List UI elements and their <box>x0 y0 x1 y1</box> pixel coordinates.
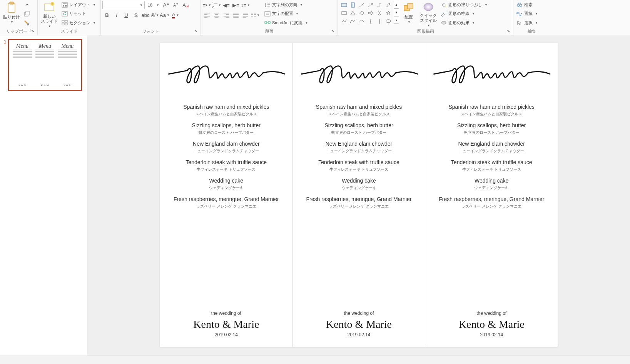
group-paragraph: ≡•▼ 1—2—▼ ◀≡ ▶≡ ↕≡▼ ▼ 文字 <box>201 0 338 35</box>
format-painter-button[interactable] <box>22 19 32 27</box>
shape-arrow-updown[interactable] <box>375 9 384 17</box>
select-button[interactable]: 選択▼ <box>515 19 540 27</box>
font-size-combo[interactable]: 18 ▼ <box>146 1 161 9</box>
shadow-button[interactable]: S <box>131 11 140 19</box>
font-name-combo[interactable]: ▼ <box>102 1 145 9</box>
shape-line-arrow[interactable] <box>366 1 375 9</box>
wedding-of-label: the wedding of <box>193 311 259 316</box>
shape-effects-button[interactable]: 図形の効果▼ <box>439 19 489 27</box>
distribute-button[interactable] <box>241 11 250 19</box>
menu-item: Tenderloin steak with truffle sauce牛フィレス… <box>451 159 532 172</box>
slide-canvas[interactable]: Spanish raw ham and mixed picklesスペイン産生ハ… <box>160 43 558 347</box>
shape-effects-label: 図形の効果 <box>448 20 470 26</box>
arrange-button[interactable]: 配置 ▼ <box>400 1 418 27</box>
strike-button[interactable]: abc <box>141 11 150 19</box>
quick-styles-button[interactable]: クイック スタイル ▼ <box>418 1 438 27</box>
shape-brace-r[interactable]: } <box>375 17 384 25</box>
dialog-launcher-icon[interactable]: ⬊ <box>194 29 200 34</box>
shape-rectangle[interactable] <box>340 9 348 17</box>
binoculars-icon <box>516 2 523 8</box>
shape-fill-button[interactable]: 図形の塗りつぶし▼ <box>439 1 489 9</box>
clear-formatting-button[interactable]: A◢ <box>181 1 190 9</box>
menu-item-jp: 牛フィレステーキ トリュフソース <box>318 167 399 172</box>
slide-edit-area[interactable]: Spanish raw ham and mixed picklesスペイン産生ハ… <box>88 35 630 356</box>
shape-arc[interactable] <box>358 17 366 25</box>
numbering-button[interactable]: 1—2—▼ <box>212 1 221 9</box>
svg-rect-10 <box>65 5 67 7</box>
new-slide-button[interactable]: 新しい スライド ▼ <box>39 1 59 27</box>
bullets-button[interactable]: ≡•▼ <box>202 1 212 9</box>
change-case-button[interactable]: Aa▼ <box>160 11 169 19</box>
svg-rect-3 <box>26 11 29 15</box>
align-center-button[interactable] <box>212 11 221 19</box>
underline-button[interactable]: U <box>122 11 131 19</box>
shape-freeform[interactable] <box>349 17 357 25</box>
shape-line[interactable] <box>358 1 366 9</box>
clipboard-icon <box>5 2 18 14</box>
increase-font-button[interactable]: A▲ <box>162 1 171 9</box>
shape-textbox-h[interactable] <box>340 1 348 9</box>
gallery-more-button[interactable]: ▾ <box>394 16 399 24</box>
layout-button[interactable]: レイアウト▼ <box>60 1 97 9</box>
align-right-button[interactable] <box>222 11 231 19</box>
paste-button[interactable]: 貼り付け ▼ <box>2 1 22 27</box>
shape-star[interactable] <box>384 9 393 17</box>
decrease-indent-button[interactable]: ◀≡ <box>222 1 231 9</box>
shape-connector[interactable] <box>375 1 384 9</box>
slide-thumbnail-1[interactable]: Menu K & M Menu K & M Menu K & M <box>8 39 82 91</box>
shape-arrow-right[interactable] <box>366 9 375 17</box>
bold-button[interactable]: B <box>102 11 112 19</box>
section-button[interactable]: セクション▼ <box>60 19 97 27</box>
shape-triangle[interactable] <box>349 9 357 17</box>
shape-brace-l[interactable]: { <box>366 17 375 25</box>
char-spacing-button[interactable]: AV▼ <box>150 11 160 19</box>
menu-footer: the wedding ofKento & Marie2019.02.14 <box>459 311 525 337</box>
line-spacing-button[interactable]: ↕≡▼ <box>241 1 250 9</box>
dialog-launcher-icon[interactable]: ⬊ <box>31 29 37 34</box>
menu-item-en: New England clam chowder <box>193 141 260 147</box>
dialog-launcher-icon[interactable]: ⬊ <box>331 29 337 34</box>
smartart-icon <box>264 20 271 26</box>
align-left-button[interactable] <box>202 11 212 19</box>
text-direction-button[interactable]: 文字列の方向▼ <box>263 1 309 9</box>
increase-indent-button[interactable]: ▶≡ <box>231 1 241 9</box>
columns-button[interactable]: ▼ <box>251 11 260 19</box>
menu-item: New England clam chowderニューイングランドクラムチャウダ… <box>458 141 525 154</box>
shape-connector-arrow[interactable] <box>384 1 393 9</box>
group-font: ▼ 18 ▼ A▲ A▼ A◢ B I U S abc AV▼ Aa▼ A▼ <box>101 0 201 35</box>
font-size-value: 18 <box>148 3 152 7</box>
svg-rect-12 <box>62 20 64 22</box>
menu-item-en: New England clam chowder <box>458 141 525 147</box>
menu-item-jp: 牛フィレステーキ トリュフソース <box>186 167 267 172</box>
layout-label: レイアウト <box>69 2 90 8</box>
smartart-button[interactable]: SmartArt に変換▼ <box>263 19 309 27</box>
shape-diamond[interactable] <box>358 9 366 17</box>
align-text-button[interactable]: 文字の配置▼ <box>263 10 309 18</box>
shape-textbox-v[interactable] <box>349 1 357 9</box>
couple-names: Kento & Marie <box>193 318 259 331</box>
menu-item-jp: ウェディングケーキ <box>474 185 509 191</box>
svg-point-22 <box>350 22 351 23</box>
justify-button[interactable] <box>231 11 241 19</box>
cut-button[interactable]: ✂ <box>22 1 32 9</box>
find-button[interactable]: 検索 <box>515 1 540 9</box>
decrease-font-button[interactable]: A▼ <box>171 1 180 9</box>
quick-styles-icon <box>422 2 434 12</box>
svg-point-28 <box>517 4 520 7</box>
dialog-launcher-icon[interactable]: ⬊ <box>507 29 512 34</box>
group-editing-label: 編集 <box>513 27 550 35</box>
shape-gallery[interactable]: { } <box>339 1 393 25</box>
shape-outline-button[interactable]: 図形の枠線▼ <box>439 10 489 18</box>
text-direction-label: 文字列の方向 <box>272 2 297 8</box>
svg-rect-16 <box>265 12 270 16</box>
wedding-of-label: the wedding of <box>459 311 525 316</box>
gallery-down-button[interactable]: ▼ <box>394 8 399 16</box>
font-color-button[interactable]: A▼ <box>170 11 181 19</box>
shape-oval[interactable] <box>384 17 393 25</box>
shape-curve[interactable] <box>340 17 348 25</box>
gallery-up-button[interactable]: ▲ <box>394 1 399 8</box>
replace-button[interactable]: abac 置換▼ <box>515 10 540 18</box>
reset-button[interactable]: リセット <box>60 10 97 18</box>
italic-button[interactable]: I <box>112 11 121 19</box>
copy-button[interactable] <box>22 10 32 18</box>
